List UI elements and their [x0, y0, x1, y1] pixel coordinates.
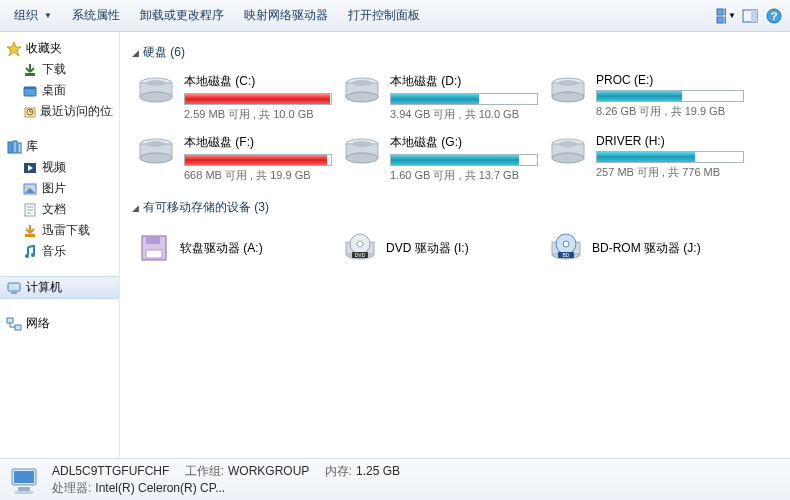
- drive-item[interactable]: 本地磁盘 (F:)668 MB 可用 , 共 19.9 GB: [132, 130, 332, 187]
- drive-item[interactable]: 本地磁盘 (D:)3.94 GB 可用 , 共 10.0 GB: [338, 69, 538, 126]
- main-area: 收藏夹 下载桌面最近访问的位置 库 视频图片文档迅雷下载音乐 计算机 网络: [0, 32, 790, 458]
- drive-item[interactable]: 本地磁盘 (C:)2.59 MB 可用 , 共 10.0 GB: [132, 69, 332, 126]
- svg-rect-28: [7, 318, 13, 323]
- content-pane: ◢ 硬盘 (6) 本地磁盘 (C:)2.59 MB 可用 , 共 10.0 GB…: [120, 32, 790, 458]
- drive-name: 本地磁盘 (C:): [184, 73, 328, 90]
- system-properties-button[interactable]: 系统属性: [62, 3, 130, 28]
- status-text: ADL5C9TTGFUFCHF 工作组: WORKGROUP 内存: 1.25 …: [52, 463, 400, 497]
- capacity-bar: [184, 93, 332, 105]
- svg-point-41: [558, 80, 578, 86]
- group-header-hdd[interactable]: ◢ 硬盘 (6): [132, 44, 778, 61]
- drive-item[interactable]: 本地磁盘 (G:)1.60 GB 可用 , 共 13.7 GB: [338, 130, 538, 187]
- svg-point-32: [140, 92, 172, 102]
- disclosure-triangle-icon: ◢: [132, 203, 139, 213]
- drive-item[interactable]: PROC (E:)8.26 GB 可用 , 共 19.9 GB: [544, 69, 744, 126]
- svg-rect-3: [725, 17, 726, 23]
- svg-text:BD: BD: [563, 252, 570, 258]
- capacity-bar: [390, 93, 538, 105]
- preview-pane-button[interactable]: [740, 6, 760, 26]
- preview-pane-icon: [742, 8, 758, 24]
- dvd-drive-icon: DVD: [342, 230, 378, 266]
- sidebar-item-library[interactable]: 视频: [0, 157, 119, 178]
- map-network-drive-button[interactable]: 映射网络驱动器: [234, 3, 338, 28]
- removable-name: BD-ROM 驱动器 (J:): [592, 240, 701, 257]
- help-icon: ?: [766, 8, 782, 24]
- drive-subtext: 8.26 GB 可用 , 共 19.9 GB: [596, 104, 740, 119]
- drive-name: 本地磁盘 (D:): [390, 73, 534, 90]
- svg-point-25: [31, 253, 35, 257]
- svg-rect-26: [8, 283, 20, 291]
- status-computer-name: ADL5C9TTGFUFCHF: [52, 464, 169, 478]
- sidebar-item-library[interactable]: 音乐: [0, 241, 119, 262]
- help-button[interactable]: ?: [764, 6, 784, 26]
- sidebar-group-network: 网络: [0, 313, 119, 334]
- drive-name: PROC (E:): [596, 73, 740, 87]
- svg-point-52: [552, 153, 584, 163]
- removable-item[interactable]: BDBD-ROM 驱动器 (J:): [544, 224, 744, 272]
- hard-disk-icon: [342, 73, 382, 111]
- sidebar-item-library[interactable]: 文档: [0, 199, 119, 220]
- hard-disk-icon: [548, 73, 588, 111]
- tiles-view-icon: [716, 8, 726, 24]
- organize-button[interactable]: 组织 ▼: [4, 3, 62, 28]
- svg-point-66: [563, 241, 569, 247]
- svg-point-45: [146, 141, 166, 147]
- toolbar: 组织 ▼ 系统属性 卸载或更改程序 映射网络驱动器 打开控制面板 ▼ ?: [0, 0, 790, 32]
- svg-marker-8: [7, 42, 21, 56]
- svg-point-44: [140, 153, 172, 163]
- svg-text:DVD: DVD: [355, 252, 366, 258]
- sidebar-item-library[interactable]: 迅雷下载: [0, 220, 119, 241]
- removables-container: 软盘驱动器 (A:)DVDDVD 驱动器 (I:)BDBD-ROM 驱动器 (J…: [132, 224, 778, 272]
- group-header-removable[interactable]: ◢ 有可移动存储的设备 (3): [132, 199, 778, 216]
- svg-point-36: [346, 92, 378, 102]
- capacity-bar: [390, 154, 538, 166]
- svg-rect-72: [15, 491, 33, 494]
- removable-name: 软盘驱动器 (A:): [180, 240, 263, 257]
- sidebar-item-favorite[interactable]: 下载: [0, 59, 119, 80]
- disclosure-triangle-icon: ◢: [132, 48, 139, 58]
- network-icon: [6, 316, 22, 332]
- star-icon: [6, 41, 22, 57]
- libraries-icon: [6, 139, 22, 155]
- svg-rect-23: [25, 234, 35, 237]
- svg-point-40: [552, 92, 584, 102]
- hard-disk-icon: [342, 134, 382, 172]
- sidebar-computer[interactable]: 计算机: [0, 276, 119, 299]
- drive-item[interactable]: DRIVER (H:)257 MB 可用 , 共 776 MB: [544, 130, 744, 187]
- svg-rect-70: [14, 471, 34, 483]
- sidebar-favorites-header[interactable]: 收藏夹: [0, 38, 119, 59]
- open-control-panel-button[interactable]: 打开控制面板: [338, 3, 430, 28]
- sidebar-libraries-header[interactable]: 库: [0, 136, 119, 157]
- svg-point-37: [352, 80, 372, 86]
- view-mode-button[interactable]: ▼: [716, 6, 736, 26]
- svg-point-53: [558, 141, 578, 147]
- sidebar-item-library[interactable]: 图片: [0, 178, 119, 199]
- svg-rect-16: [18, 143, 21, 153]
- removable-item[interactable]: 软盘驱动器 (A:): [132, 224, 332, 272]
- svg-point-24: [25, 254, 29, 258]
- hard-disk-icon: [136, 134, 176, 172]
- capacity-bar: [596, 151, 744, 163]
- svg-point-49: [352, 141, 372, 147]
- removable-item[interactable]: DVDDVD 驱动器 (I:): [338, 224, 538, 272]
- drive-subtext: 668 MB 可用 , 共 19.9 GB: [184, 168, 328, 183]
- svg-rect-56: [146, 250, 162, 258]
- svg-point-60: [357, 241, 363, 247]
- sidebar-item-favorite[interactable]: 桌面: [0, 80, 119, 101]
- uninstall-change-button[interactable]: 卸载或更改程序: [130, 3, 234, 28]
- group-removable-label: 有可移动存储的设备 (3): [143, 199, 269, 216]
- drive-name: 本地磁盘 (G:): [390, 134, 534, 151]
- removable-name: DVD 驱动器 (I:): [386, 240, 469, 257]
- svg-rect-29: [15, 325, 21, 330]
- sidebar-item-favorite[interactable]: 最近访问的位置: [0, 101, 119, 122]
- computer-large-icon: [8, 463, 42, 497]
- svg-rect-5: [751, 10, 757, 22]
- svg-rect-55: [146, 236, 160, 244]
- organize-label: 组织: [14, 7, 38, 24]
- chevron-down-icon: ▼: [44, 11, 52, 20]
- hard-disk-icon: [548, 134, 588, 172]
- sidebar-network[interactable]: 网络: [0, 313, 119, 334]
- floppy-drive-icon: [136, 230, 172, 266]
- status-bar: ADL5C9TTGFUFCHF 工作组: WORKGROUP 内存: 1.25 …: [0, 458, 790, 500]
- svg-rect-71: [18, 487, 30, 491]
